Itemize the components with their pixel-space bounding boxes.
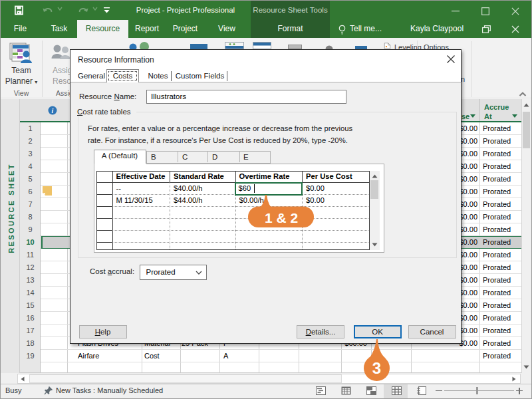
svg-text:RESOURCE SHEET: RESOURCE SHEET: [7, 163, 15, 253]
svg-text:1 & 2: 1 & 2: [265, 210, 298, 225]
svg-text:3: 3: [372, 359, 381, 377]
